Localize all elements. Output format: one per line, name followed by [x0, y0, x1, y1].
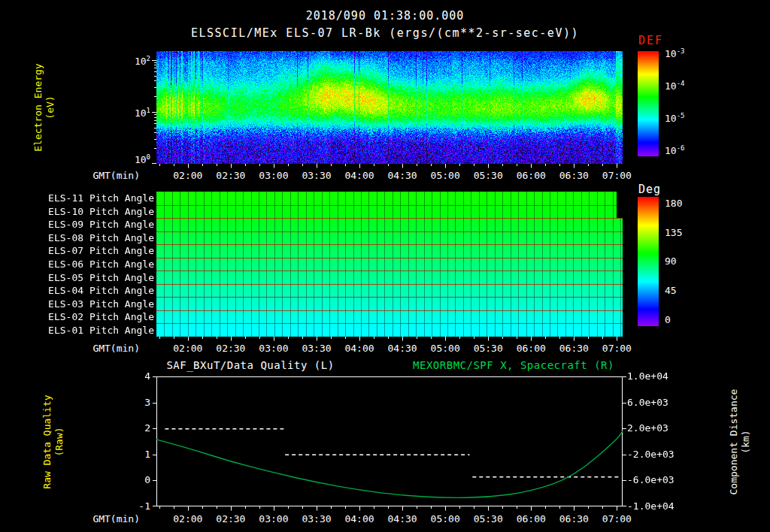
pitch-row-label: ELS-01 Pitch Angle — [48, 325, 154, 336]
time-tick-label: 02:30 — [212, 513, 250, 524]
electron-energy-axis-label: Electron Energy (eV) — [32, 32, 58, 183]
distance-tick-label: -6.0e+03 — [627, 474, 675, 485]
def-colorbar-tick-label: 10-5 — [665, 110, 685, 124]
def-colorbar-title: DEF — [638, 34, 663, 47]
time-axis-caption: GMT(min) — [92, 513, 140, 524]
electron-spectrogram-canvas — [150, 51, 629, 170]
deg-colorbar — [638, 197, 659, 326]
time-tick-label: 03:00 — [255, 513, 293, 524]
time-tick-label: 06:30 — [555, 343, 593, 354]
time-tick-label: 06:00 — [512, 513, 550, 524]
timestamp-title: 2018/090 01:38:00.000 — [0, 9, 770, 23]
raw-data-quality-axis-label: Raw Data Quality (Raw) — [41, 367, 67, 517]
quality-tick-label: 0 — [144, 474, 150, 485]
time-tick-label: 05:00 — [426, 170, 464, 181]
time-tick-label: 05:30 — [469, 513, 507, 524]
time-tick-label: 06:30 — [555, 513, 593, 524]
time-tick-label: 06:30 — [555, 170, 593, 181]
quality-distance-plot-canvas — [150, 376, 629, 512]
energy-tick-label: 102 — [135, 53, 150, 67]
component-distance-axis-label: Component Distance (km) — [728, 367, 753, 517]
pitch-angle-canvas — [150, 192, 629, 343]
time-tick-label: 05:00 — [426, 513, 464, 524]
def-colorbar-tick-label: 10-6 — [665, 143, 685, 156]
plot-screen: 2018/090 01:38:00.000 ELSSCIL/MEx ELS-07… — [0, 0, 770, 532]
time-tick-label: 02:30 — [212, 170, 250, 181]
time-tick-label: 03:30 — [298, 343, 335, 354]
def-colorbar — [638, 51, 659, 156]
deg-colorbar-tick-label: 0 — [665, 314, 671, 325]
deg-colorbar-tick-label: 180 — [665, 198, 682, 209]
time-tick-label: 04:30 — [383, 170, 421, 181]
pitch-row-label: ELS-05 Pitch Angle — [48, 272, 154, 283]
pitch-row-label: ELS-06 Pitch Angle — [48, 258, 154, 270]
time-tick-label: 06:00 — [512, 343, 550, 354]
time-tick-label: 03:30 — [298, 170, 335, 181]
energy-tick-label: 100 — [135, 152, 150, 165]
distance-tick-label: 2.0e+03 — [627, 422, 668, 434]
distance-tick-label: 6.0e+03 — [627, 397, 668, 408]
deg-colorbar-tick-label: 45 — [665, 285, 677, 296]
quality-tick-label: 2 — [144, 422, 150, 434]
time-tick-label: 04:00 — [341, 343, 378, 354]
time-tick-label: 03:00 — [255, 343, 293, 354]
time-tick-label: 06:00 — [512, 170, 550, 181]
time-tick-label: 07:00 — [598, 343, 635, 354]
time-tick-label: 03:30 — [298, 513, 335, 524]
time-tick-label: 05:30 — [469, 170, 507, 181]
pitch-row-label: ELS-08 Pitch Angle — [48, 232, 154, 243]
quality-tick-label: 4 — [144, 370, 150, 382]
time-tick-label: 04:30 — [383, 343, 421, 354]
time-tick-label: 02:00 — [169, 170, 207, 181]
time-tick-label: 07:00 — [598, 513, 635, 524]
distance-tick-label: -2.0e+03 — [627, 449, 675, 460]
time-tick-label: 02:30 — [212, 343, 250, 354]
deg-colorbar-title: Deg — [638, 183, 661, 196]
pitch-row-label: ELS-02 Pitch Angle — [48, 311, 154, 322]
time-tick-label: 03:00 — [255, 170, 293, 181]
def-colorbar-tick-label: 10-3 — [665, 46, 685, 59]
deg-colorbar-tick-label: 135 — [665, 227, 682, 238]
pitch-row-label: ELS-07 Pitch Angle — [48, 245, 154, 256]
right-series-title: MEXORBMC/SPF X, Spacecraft (R) — [386, 359, 641, 371]
deg-colorbar-tick-label: 90 — [665, 255, 677, 267]
pitch-row-label: ELS-03 Pitch Angle — [48, 298, 154, 310]
time-tick-label: 05:00 — [426, 343, 464, 354]
distance-tick-label: 1.0e+04 — [627, 370, 668, 382]
pitch-row-label: ELS-09 Pitch Angle — [48, 219, 154, 230]
time-tick-label: 07:00 — [598, 170, 635, 181]
time-tick-label: 04:00 — [341, 513, 378, 524]
quality-tick-label: 3 — [144, 397, 150, 408]
left-series-title: SAF_BXuT/Data Quality (L) — [153, 359, 348, 371]
pitch-row-label: ELS-11 Pitch Angle — [48, 192, 154, 204]
quality-tick-label: 1 — [144, 449, 150, 460]
time-tick-label: 04:30 — [383, 513, 421, 524]
energy-tick-label: 101 — [135, 105, 150, 119]
distance-tick-label: -1.0e+04 — [627, 500, 675, 512]
quality-tick-label: -1 — [138, 500, 150, 512]
time-tick-label: 05:30 — [469, 343, 507, 354]
time-tick-label: 02:00 — [169, 343, 207, 354]
def-colorbar-tick-label: 10-4 — [665, 78, 685, 92]
time-tick-label: 04:00 — [341, 170, 378, 181]
time-axis-caption: GMT(min) — [92, 170, 140, 181]
pitch-row-label: ELS-10 Pitch Angle — [48, 206, 154, 217]
pitch-row-label: ELS-04 Pitch Angle — [48, 285, 154, 296]
time-tick-label: 02:00 — [169, 513, 207, 524]
time-axis-caption: GMT(min) — [92, 343, 140, 354]
